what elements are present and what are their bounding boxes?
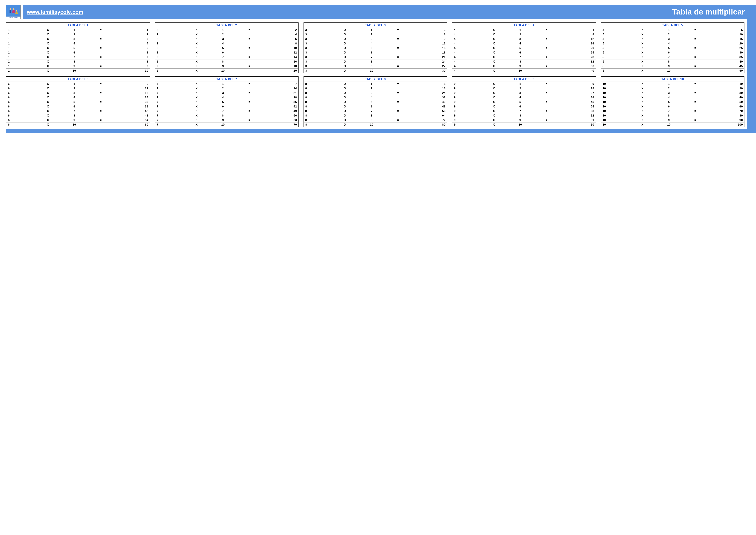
times-symbol: X [185,118,208,122]
product: 60 [707,104,744,109]
times-symbol: X [37,95,59,100]
multiplicand: 9 [452,104,482,109]
table-row: 9X7=63 [452,109,596,113]
times-symbol: X [334,100,356,104]
multiplicand: 2 [155,37,185,41]
table-row: 1X1=1 [6,28,150,32]
equals-symbol: = [89,46,112,50]
table-row: 4X6=24 [452,50,596,55]
multiplier: 5 [505,100,535,104]
table-row: 9X10=90 [452,123,596,127]
table-row: 3X8=24 [304,59,447,64]
multiplier: 10 [59,69,89,73]
table-row: 10X9=90 [601,118,744,123]
tables-grid: TABLA DEL 11X1=11X2=21X3=31X4=41X5=51X6=… [6,22,750,127]
table-row: 2X7=14 [155,55,298,59]
multiplier: 4 [59,41,89,46]
multiplicand: 5 [601,28,631,32]
equals-symbol: = [535,113,558,118]
multiplicand: 8 [304,95,334,100]
equals-symbol: = [684,64,707,68]
table-row: 5X4=20 [601,41,744,46]
table-row: 7X4=28 [155,95,298,100]
multiplicand: 1 [6,69,37,73]
multiplier: 3 [505,91,535,95]
product: 25 [707,46,744,50]
multiplier: 3 [59,91,89,95]
multiplicand: 1 [6,32,37,37]
table-row: 3X5=15 [304,46,447,50]
multiplier: 7 [59,109,89,113]
table-row: 2X9=18 [155,64,298,69]
times-symbol: X [37,82,59,86]
multiplicand: 7 [155,109,185,113]
equals-symbol: = [535,118,558,122]
multiplier: 9 [356,118,387,122]
table-row: 1X2=2 [6,32,150,37]
times-symbol: X [185,28,208,32]
product: 7 [112,55,150,59]
table-row: 6X1=6 [6,82,150,86]
table-row: 10X1=10 [601,82,744,86]
times-symbol: X [185,104,208,109]
multiplicand: 10 [601,100,631,104]
times-symbol: X [185,50,208,55]
multiplier: 3 [654,37,684,41]
times-symbol: X [482,86,505,91]
product: 10 [707,82,744,86]
equals-symbol: = [238,113,260,118]
multiplicand: 1 [6,50,37,55]
product: 54 [112,118,150,122]
multiplier: 3 [356,91,387,95]
table-row: 2X1=2 [155,28,298,32]
product: 40 [409,100,447,104]
multiplicand: 2 [155,69,185,73]
multiplicand: 2 [155,55,185,59]
equals-symbol: = [89,55,112,59]
times-symbol: X [37,109,59,113]
multiplier: 1 [356,82,387,86]
product: 3 [409,28,447,32]
equals-symbol: = [89,123,112,127]
multiplicand: 4 [452,59,482,64]
table-row: 4X8=32 [452,59,596,64]
multiplicand: 8 [304,123,334,127]
product: 60 [112,123,150,127]
multiplier: 7 [59,55,89,59]
times-symbol: X [482,118,505,122]
multiplicand: 8 [304,104,334,109]
multiplicand: 7 [155,113,185,118]
table-row: 4X1=4 [452,28,596,32]
equals-symbol: = [238,69,260,73]
times-symbol: X [37,113,59,118]
multiplicand: 5 [601,50,631,55]
multiplier: 1 [208,28,238,32]
product: 35 [707,55,744,59]
product: 14 [260,55,298,59]
equals-symbol: = [238,118,260,122]
table-row: 5X7=35 [601,55,744,59]
multiplier: 9 [59,64,89,68]
equals-symbol: = [89,86,112,91]
times-symbol: X [37,59,59,64]
table-title: TABLA DEL 8 [304,76,447,82]
multiplicand: 10 [601,123,631,127]
equals-symbol: = [535,59,558,64]
equals-symbol: = [89,91,112,95]
times-symbol: X [334,95,356,100]
multiplier: 10 [208,69,238,73]
multiplicand: 9 [452,82,482,86]
family-icon [6,5,20,16]
svg-point-0 [10,8,12,10]
multiplier: 6 [505,104,535,109]
equals-symbol: = [387,118,409,122]
equals-symbol: = [387,69,409,73]
multiplicand: 6 [6,100,37,104]
multiplicand: 10 [601,109,631,113]
table-title: TABLA DEL 3 [304,23,447,28]
multiplicand: 8 [304,109,334,113]
times-symbol: X [482,104,505,109]
decorative-right-stripe [747,5,756,133]
product: 32 [558,59,596,64]
table-title: TABLA DEL 7 [155,76,298,82]
